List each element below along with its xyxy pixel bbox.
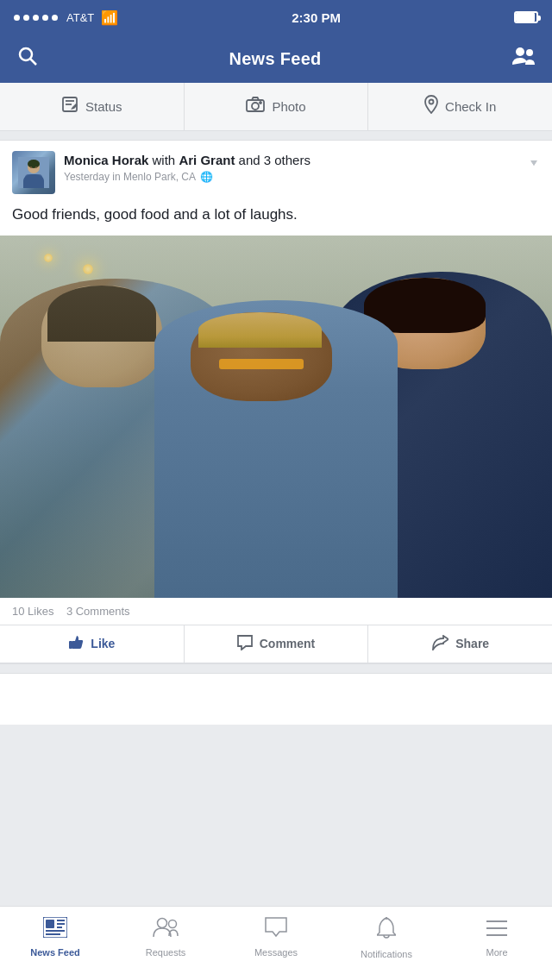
status-label: Status [85,99,122,114]
post-actions: Like Comment Share [0,625,552,663]
post-stats: 10 Likes 3 Comments [0,598,552,625]
clock: 2:30 PM [292,10,341,25]
checkin-label: Check In [445,99,496,114]
friends-icon[interactable] [512,46,535,72]
person-middle-head [191,312,331,401]
status-left: AT&T 📶 [14,9,118,26]
post-image[interactable] [0,236,552,598]
person-middle-hat [198,312,323,348]
action-bar: Status Photo Check In [0,83,552,131]
tab-requests[interactable]: Requests [110,914,221,958]
svg-rect-19 [46,920,54,928]
post-header: Monica Horak with Ari Grant and 3 others… [0,141,552,201]
post-time: Yesterday in Menlo Park, CA [64,171,196,183]
status-bar: AT&T 📶 2:30 PM [0,0,552,35]
svg-point-26 [169,920,177,928]
svg-point-0 [20,48,32,60]
share-button[interactable]: Share [368,625,552,663]
person-middle [154,300,398,597]
svg-point-16 [35,166,37,168]
thumbs-up-icon [68,634,84,654]
likes-count: 10 Likes [12,605,53,618]
post-dropdown[interactable] [528,153,540,173]
status-button[interactable]: Status [0,83,185,130]
checkin-button[interactable]: Check In [368,83,552,130]
edit-icon [61,96,78,117]
feed-spacer [0,725,552,807]
battery-icon [514,11,538,23]
tab-messages-label: Messages [254,947,298,958]
tab-notifications[interactable]: Notifications [331,914,442,959]
comments-count: 3 Comments [66,605,130,618]
notifications-icon [377,917,396,945]
svg-point-14 [28,160,40,168]
tab-notifications-label: Notifications [361,949,412,959]
post-author-info: Monica Horak with Ari Grant and 3 others… [64,151,540,183]
author-rest: and 3 others [239,153,310,167]
messages-icon [265,917,287,944]
tab-news-feed[interactable]: News Feed [0,914,110,958]
like-button[interactable]: Like [0,625,185,663]
newsfeed-icon [43,917,67,944]
like-label: Like [91,637,115,650]
signal-dot-1 [14,15,20,21]
svg-point-25 [158,919,167,928]
globe-icon: 🌐 [200,171,213,183]
svg-point-9 [260,102,261,104]
battery-fill [516,13,535,22]
tab-more[interactable]: More [442,914,552,958]
post-text: Good friends, good food and a lot of lau… [0,201,552,236]
location-icon [424,95,438,118]
with-text: with [153,153,179,167]
nav-bar: News Feed [0,35,552,83]
person-middle-glasses [219,359,304,369]
carrier-label: AT&T [66,11,94,24]
photo-label: Photo [272,99,305,114]
signal-dot-5 [52,15,58,21]
status-right [514,11,538,23]
wifi-icon: 📶 [101,9,118,26]
tab-messages[interactable]: Messages [221,914,331,958]
svg-point-3 [526,49,533,56]
svg-point-15 [30,166,32,168]
tab-more-label: More [486,947,507,958]
comment-button[interactable]: Comment [185,625,369,663]
author-name: Monica Horak with Ari Grant and 3 others [64,151,540,169]
comment-label: Comment [260,637,316,650]
signal-dot-4 [42,15,48,21]
svg-point-2 [516,47,524,56]
search-icon[interactable] [17,46,38,72]
svg-line-1 [31,60,37,66]
signal-dot-3 [33,15,39,21]
camera-icon [246,97,265,116]
svg-rect-17 [69,641,72,649]
post-card: Monica Horak with Ari Grant and 3 others… [0,140,552,664]
avatar[interactable] [12,151,55,194]
author-primary[interactable]: Monica Horak [64,153,148,167]
news-feed: Monica Horak with Ari Grant and 3 others… [0,131,552,816]
tab-requests-label: Requests [146,947,185,958]
share-label: Share [455,637,489,650]
comment-icon [237,635,253,653]
svg-point-8 [252,103,259,110]
avatar-image [12,151,55,194]
tab-news-feed-label: News Feed [30,947,79,958]
signal-dot-2 [23,15,29,21]
second-post-partial [0,673,552,725]
tab-bar: News Feed Requests Messages [0,906,552,980]
share-icon [431,635,448,653]
author-tagged[interactable]: Ari Grant [179,153,235,167]
photo-button[interactable]: Photo [185,83,369,130]
page-title: News Feed [229,49,321,69]
more-icon [486,917,508,944]
post-meta: Yesterday in Menlo Park, CA 🌐 [64,171,540,183]
post-image-canvas [0,236,552,598]
requests-icon [153,917,179,944]
svg-point-10 [430,100,434,104]
